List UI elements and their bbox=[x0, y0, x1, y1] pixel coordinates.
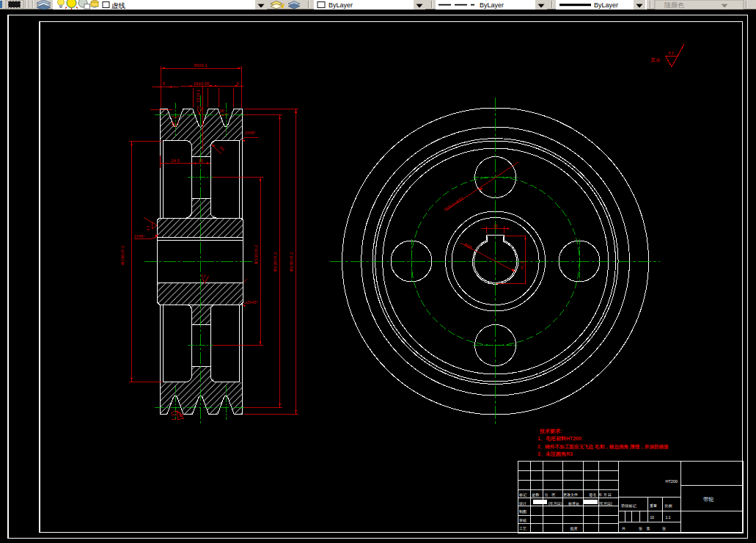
svg-text:工艺: 工艺 bbox=[519, 526, 526, 531]
svg-text:年 月 日: 年 月 日 bbox=[598, 492, 612, 498]
svg-text:HT200: HT200 bbox=[666, 479, 678, 484]
svg-text:2X45°: 2X45° bbox=[245, 131, 256, 135]
svg-text:ByLayer: ByLayer bbox=[329, 1, 353, 9]
svg-text:10: 10 bbox=[493, 224, 498, 228]
svg-text:审核: 审核 bbox=[519, 518, 526, 522]
svg-text:10: 10 bbox=[650, 515, 655, 520]
svg-text:Φ190±0.2: Φ190±0.2 bbox=[120, 245, 125, 265]
svg-text:Φ130±0.2: Φ130±0.2 bbox=[254, 244, 258, 264]
svg-text:3、未注圆角R3: 3、未注圆角R3 bbox=[537, 451, 573, 457]
svg-text:标记: 标记 bbox=[518, 492, 526, 498]
svg-text:15: 15 bbox=[198, 158, 203, 163]
svg-text:65±0.1: 65±0.1 bbox=[194, 63, 208, 68]
svg-text:比例: 比例 bbox=[665, 503, 672, 509]
svg-text:38°: 38° bbox=[220, 109, 225, 113]
svg-text:更改文件: 更改文件 bbox=[563, 492, 578, 497]
svg-text:第: 第 bbox=[647, 526, 650, 531]
svg-text:1、毛坯材料HT200: 1、毛坯材料HT200 bbox=[537, 435, 581, 442]
svg-text:随颜色: 随颜色 bbox=[664, 1, 685, 9]
svg-text:Φ240±0.2: Φ240±0.2 bbox=[289, 252, 293, 272]
svg-text:其余: 其余 bbox=[650, 57, 661, 63]
svg-text:标准化: 标准化 bbox=[568, 501, 579, 506]
svg-text:处数: 处数 bbox=[532, 492, 540, 498]
svg-text:虚线: 虚线 bbox=[111, 1, 126, 10]
svg-text:6.3: 6.3 bbox=[147, 225, 150, 230]
svg-text:Φ230±0.2: Φ230±0.2 bbox=[273, 252, 277, 272]
svg-text:41.3: 41.3 bbox=[520, 261, 524, 269]
svg-text:2X45°: 2X45° bbox=[247, 300, 258, 305]
svg-text:6.3: 6.3 bbox=[669, 51, 674, 55]
svg-text:设计: 设计 bbox=[518, 501, 526, 506]
svg-text:阶段标记: 阶段标记 bbox=[622, 503, 636, 509]
svg-text:15±0.05: 15±0.05 bbox=[194, 81, 210, 86]
svg-text:ByLayer: ByLayer bbox=[594, 1, 618, 9]
svg-text:1X45°: 1X45° bbox=[134, 234, 145, 238]
svg-text:签名: 签名 bbox=[590, 492, 597, 498]
svg-text:(年月日): (年月日) bbox=[548, 501, 562, 506]
svg-text:3.2: 3.2 bbox=[201, 274, 206, 278]
svg-text:1:1: 1:1 bbox=[666, 515, 671, 520]
svg-text:38°: 38° bbox=[179, 414, 184, 418]
svg-text:分 区: 分 区 bbox=[545, 492, 556, 497]
svg-text:张: 张 bbox=[662, 526, 666, 531]
svg-text:15±0.1: 15±0.1 bbox=[196, 89, 200, 103]
svg-text:3.2: 3.2 bbox=[197, 106, 202, 109]
svg-text:技术要求:: 技术要求: bbox=[539, 428, 562, 434]
svg-text:制图: 制图 bbox=[519, 509, 526, 514]
svg-text:带轮: 带轮 bbox=[703, 496, 714, 503]
svg-text:24.5: 24.5 bbox=[171, 158, 180, 163]
svg-text:(年月日): (年月日) bbox=[598, 501, 612, 506]
svg-text:ByLayer: ByLayer bbox=[480, 1, 504, 9]
svg-text:重量: 重量 bbox=[650, 503, 657, 508]
svg-text:批准: 批准 bbox=[570, 526, 578, 531]
svg-text:2、铸件不加工面应无飞边 毛刺，棱边倒角 清理，并涂防锈漆: 2、铸件不加工面应无飞边 毛刺，棱边倒角 清理，并涂防锈漆 bbox=[537, 444, 669, 450]
svg-text:38°: 38° bbox=[172, 121, 175, 126]
svg-text:张: 张 bbox=[639, 526, 642, 531]
svg-text:共: 共 bbox=[622, 526, 625, 531]
